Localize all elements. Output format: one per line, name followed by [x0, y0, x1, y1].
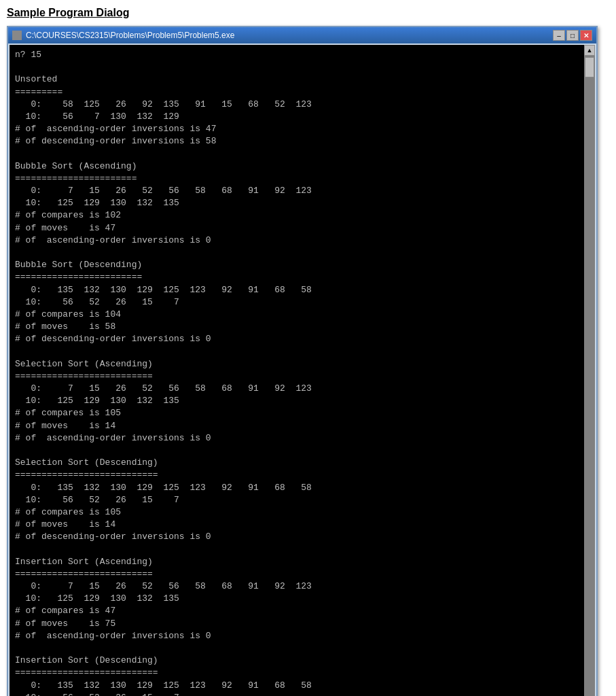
- console-output: n? 15 Unsorted ========= 0: 58 125 26 92…: [10, 45, 584, 696]
- minimize-button[interactable]: –: [553, 30, 565, 41]
- close-button[interactable]: ✕: [580, 30, 592, 41]
- maximize-button[interactable]: □: [566, 30, 579, 41]
- scrollbar[interactable]: ▲ ▼: [584, 45, 595, 696]
- window-title: C:\COURSES\CS2315\Problems\Problem5\Prob…: [26, 31, 234, 40]
- scroll-up-arrow[interactable]: ▲: [584, 45, 595, 56]
- scroll-track[interactable]: [584, 56, 595, 696]
- window: C:\COURSES\CS2315\Problems\Problem5\Prob…: [7, 26, 598, 696]
- title-bar: C:\COURSES\CS2315\Problems\Problem5\Prob…: [8, 27, 596, 44]
- scroll-thumb[interactable]: [585, 57, 594, 77]
- window-icon: [12, 31, 22, 40]
- page-title: Sample Program Dialog: [7, 7, 609, 19]
